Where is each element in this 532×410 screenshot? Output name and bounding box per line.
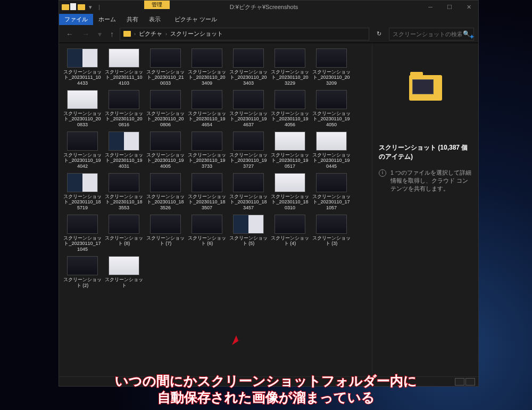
refresh-button[interactable]: ↻ — [372, 30, 386, 37]
thumbnail — [109, 90, 139, 109]
search-input[interactable] — [393, 31, 462, 37]
file-item[interactable]: スクリーンショット (6) — [187, 214, 227, 253]
thumbnail — [109, 48, 139, 68]
file-item[interactable]: スクリーンショット_20230110_183457 — [228, 172, 269, 211]
thumbnail — [67, 173, 98, 192]
breadcrumb-pictures[interactable]: ピクチャ — [139, 30, 162, 38]
file-item[interactable]: スクリーンショット_20230110_185719 — [62, 172, 103, 211]
info-icon: i — [379, 169, 386, 177]
breadcrumb-current[interactable]: スクリーンショット — [170, 30, 223, 38]
annotation-caption: いつの間にかスクリーンショットフォルダー内に 自動保存された画像が溜まっている — [0, 373, 532, 406]
file-item[interactable]: スクリーンショット_20230111_104103 — [104, 47, 144, 87]
up-button[interactable]: ↑ — [107, 29, 117, 39]
thumbnail — [233, 90, 264, 109]
file-item[interactable]: スクリーンショット_20230110_194050 — [311, 89, 352, 128]
file-item[interactable]: スクリーンショット_20230110_203409 — [187, 47, 227, 87]
chevron-right-icon[interactable]: › — [165, 31, 167, 37]
recent-dropdown[interactable]: ▾ — [95, 29, 104, 39]
file-menu[interactable]: ファイル — [59, 14, 93, 25]
forward-button[interactable]: → — [79, 29, 92, 39]
minimize-button[interactable]: ─ — [421, 1, 440, 13]
file-name: スクリーンショット_20230110_183457 — [229, 194, 268, 210]
file-name: スクリーンショット_20230110_190517 — [271, 152, 309, 169]
file-item[interactable]: スクリーンショット_20230110_183553 — [104, 172, 144, 211]
file-name: スクリーンショット (2) — [63, 277, 102, 288]
file-item[interactable]: スクリーンショット_20230110_210033 — [145, 47, 186, 87]
file-item[interactable]: スクリーンショット_20230110_194042 — [62, 130, 103, 170]
folder-icon[interactable] — [61, 3, 69, 11]
file-item[interactable]: スクリーンショット_20230110_203403 — [228, 47, 269, 87]
thumbnail — [192, 215, 222, 234]
file-name: スクリーンショット_20230110_193733 — [188, 152, 226, 169]
thumbnail — [316, 48, 347, 68]
file-icon[interactable] — [70, 3, 76, 10]
tab-view[interactable]: 表示 — [144, 14, 166, 25]
file-grid[interactable]: スクリーンショット_20230111_104433スクリーンショット_20230… — [59, 43, 372, 376]
file-item[interactable]: スクリーンショット_20230111_104433 — [62, 47, 103, 87]
titlebar[interactable]: ▾ | 管理 D:¥ピクチャ¥Screenshots ─ ☐ ✕ — [59, 1, 478, 13]
file-item[interactable]: スクリーンショット (7) — [145, 214, 186, 253]
explorer-window: ▾ | 管理 D:¥ピクチャ¥Screenshots ─ ☐ ✕ ファイル ホー… — [59, 0, 479, 387]
file-item[interactable]: スクリーンショット (5) — [228, 214, 269, 253]
thumbnail — [109, 256, 139, 275]
file-item[interactable]: スクリーンショット_20230110_171045 — [62, 214, 103, 253]
file-item[interactable]: スクリーンショット_20230110_190517 — [270, 130, 310, 170]
ribbon-tabs: ファイル ホーム 共有 表示 ピクチャ ツール — [59, 13, 478, 25]
file-name: スクリーンショット_20230110_194005 — [146, 152, 185, 169]
maximize-button[interactable]: ☐ — [440, 1, 459, 13]
details-pane: ✦ スクリーンショット (10,387 個のアイテム) i 1 つのファイルを選… — [372, 43, 478, 376]
file-item[interactable]: スクリーンショット (2) — [62, 255, 103, 289]
file-item[interactable]: スクリーンショット_20230110_171057 — [311, 172, 352, 211]
file-item[interactable]: スクリーンショット_20230110_190445 — [311, 130, 352, 170]
file-item[interactable]: スクリーンショット_20230110_194031 — [104, 130, 144, 170]
file-item[interactable]: スクリーンショット_20230110_194005 — [145, 130, 186, 170]
back-button[interactable]: ← — [63, 29, 76, 39]
folder-icon-2[interactable] — [77, 3, 85, 11]
file-item[interactable]: スクリーンショット_20230110_203209 — [311, 47, 352, 87]
file-item[interactable]: スクリーンショット_20230110_183507 — [187, 172, 227, 211]
file-item[interactable]: スクリーンショット_20230110_200806 — [145, 89, 186, 128]
thumbnail — [67, 256, 98, 275]
file-item[interactable]: スクリーンショット_20230110_194056 — [270, 89, 310, 128]
file-item[interactable]: スクリーンショット (3) — [311, 214, 352, 253]
file-name: スクリーンショット_20230110_194050 — [312, 111, 351, 127]
file-name: スクリーンショット_20230110_194654 — [188, 111, 226, 127]
thumbnail — [109, 132, 139, 151]
caption-line-1: いつの間にかスクリーンショットフォルダー内に — [0, 373, 532, 389]
thumbnail — [275, 132, 305, 151]
file-name: スクリーンショット_20230111_104103 — [105, 69, 143, 86]
caption-line-2: 自動保存された画像が溜まっている — [0, 389, 532, 406]
tab-picture-tools[interactable]: ピクチャ ツール — [169, 14, 222, 25]
thumbnail — [233, 215, 264, 234]
file-name: スクリーンショット (8) — [105, 235, 143, 247]
file-name: スクリーンショット_20230110_171057 — [312, 194, 351, 210]
file-name: スクリーンショット_20230110_203409 — [188, 69, 226, 86]
chevron-right-icon[interactable]: › — [134, 31, 136, 37]
file-item[interactable]: スクリーンショット_20230110_193727 — [228, 130, 269, 170]
file-item[interactable]: スクリーンショット_20230110_200833 — [62, 89, 103, 128]
file-item[interactable]: スクリーンショット_20230110_183526 — [145, 172, 186, 211]
file-item[interactable]: スクリーンショット_20230110_180310 — [270, 172, 310, 211]
search-box[interactable]: 🔍 — [389, 28, 474, 40]
file-item[interactable]: スクリーンショット_20230110_193733 — [187, 130, 227, 170]
file-name: スクリーンショット_20230110_194637 — [229, 111, 268, 127]
file-name: スクリーンショット (7) — [146, 235, 185, 247]
file-item[interactable]: スクリーンショット_20230110_194637 — [228, 89, 269, 128]
file-item[interactable]: スクリーンショット_20230110_200816 — [104, 89, 144, 128]
tab-home[interactable]: ホーム — [93, 14, 121, 25]
file-name: スクリーンショット_20230110_200806 — [146, 111, 185, 127]
address-bar[interactable]: › ピクチャ › スクリーンショット — [120, 28, 369, 40]
chevron-down-icon[interactable]: ▾ — [86, 3, 94, 11]
folder-large-icon — [409, 75, 442, 101]
tab-share[interactable]: 共有 — [121, 14, 144, 25]
file-item[interactable]: スクリーンショット (8) — [104, 214, 144, 253]
close-button[interactable]: ✕ — [459, 1, 478, 13]
file-item[interactable]: スクリーンショット_20230110_194654 — [187, 89, 227, 128]
thumbnail — [67, 48, 98, 68]
file-item[interactable]: スクリーンショット (4) — [270, 214, 310, 253]
thumbnail — [275, 173, 305, 192]
file-item[interactable]: スクリーンショット — [104, 255, 144, 289]
ribbon-context-tab[interactable]: 管理 — [144, 1, 170, 9]
file-name: スクリーンショット_20230110_203209 — [312, 69, 351, 86]
file-item[interactable]: スクリーンショット_20230110_203229 — [270, 47, 310, 87]
